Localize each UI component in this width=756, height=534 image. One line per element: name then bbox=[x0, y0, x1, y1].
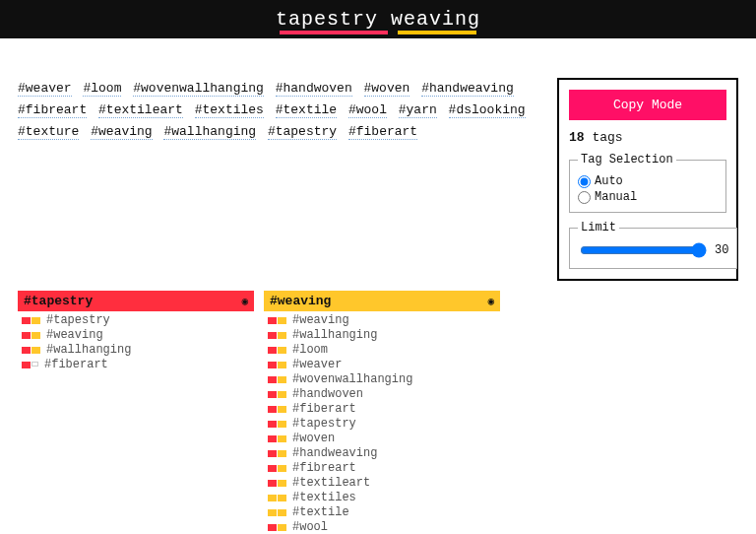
column-item-label: #textileart bbox=[292, 476, 370, 491]
relevance-chips bbox=[268, 509, 286, 516]
manual-label: Manual bbox=[595, 190, 637, 204]
column-item[interactable]: #handweaving bbox=[264, 446, 500, 461]
manual-radio[interactable] bbox=[578, 191, 591, 204]
target-icon[interactable]: ◉ bbox=[241, 295, 248, 307]
column-item-label: #fibreart bbox=[292, 461, 356, 476]
column-item-label: #tapestry bbox=[46, 313, 110, 328]
tag-link[interactable]: #wallhanging bbox=[163, 124, 256, 140]
auto-label: Auto bbox=[595, 174, 623, 188]
column-item-label: #weaving bbox=[292, 313, 349, 328]
column-item[interactable]: #wovenwallhanging bbox=[264, 372, 500, 387]
tag-link[interactable]: #fiberart bbox=[348, 124, 417, 140]
column-item-label: #wallhanging bbox=[292, 328, 377, 343]
header-underline bbox=[0, 31, 756, 34]
relevance-chips bbox=[268, 421, 286, 428]
tag-link[interactable]: #fibreart bbox=[18, 102, 87, 118]
tag-link[interactable]: #tapestry bbox=[268, 124, 337, 140]
column-item[interactable]: #loom bbox=[264, 343, 500, 358]
relevance-chips bbox=[268, 450, 286, 457]
column-item[interactable]: #tapestry bbox=[264, 417, 500, 432]
relevance-chips bbox=[268, 376, 286, 383]
tag-column: #tapestry◉#tapestry#weaving#wallhanging#… bbox=[18, 291, 254, 534]
column-item[interactable]: #fiberart bbox=[264, 402, 500, 417]
relevance-chips bbox=[22, 347, 40, 354]
column-item[interactable]: #textile bbox=[264, 505, 500, 520]
auto-radio[interactable] bbox=[578, 175, 591, 188]
tag-selection-legend: Tag Selection bbox=[578, 153, 676, 167]
relevance-chips bbox=[268, 465, 286, 472]
relevance-chips bbox=[268, 347, 286, 354]
relevance-chips bbox=[268, 362, 286, 368]
tag-link[interactable]: #wool bbox=[348, 102, 387, 118]
column-item[interactable]: #woven bbox=[264, 432, 500, 446]
column-item-label: #fiberart bbox=[44, 358, 108, 372]
column-item-label: #tapestry bbox=[292, 417, 356, 432]
relevance-chips bbox=[22, 317, 40, 324]
relevance-chips bbox=[268, 332, 286, 339]
column-item[interactable]: #textiles bbox=[264, 491, 500, 505]
tag-column: #weaving◉#weaving#wallhanging#loom#weave… bbox=[264, 291, 500, 534]
tag-link[interactable]: #textile bbox=[276, 102, 337, 118]
tag-link[interactable]: #weaver bbox=[18, 81, 72, 97]
relevance-chips bbox=[268, 406, 286, 413]
column-item[interactable]: #handwoven bbox=[264, 387, 500, 402]
tag-link[interactable]: #weaving bbox=[91, 124, 152, 140]
relevance-chips bbox=[268, 435, 286, 442]
column-item-label: #loom bbox=[292, 343, 328, 358]
tag-selection-group: Tag Selection Auto Manual bbox=[569, 153, 726, 213]
column-item-label: #wallhanging bbox=[46, 343, 131, 358]
column-item-label: #wovenwallhanging bbox=[292, 372, 412, 387]
column-title: #tapestry bbox=[24, 294, 93, 308]
relevance-chips bbox=[22, 332, 40, 339]
column-item-label: #textiles bbox=[292, 491, 356, 505]
tag-link[interactable]: #loom bbox=[83, 81, 121, 97]
column-item-label: #handweaving bbox=[292, 446, 377, 461]
column-item[interactable]: #wallhanging bbox=[264, 328, 500, 343]
tag-link[interactable]: #textiles bbox=[195, 102, 264, 118]
column-item-label: #fiberart bbox=[292, 402, 356, 417]
tag-summary-block: #weaver #loom #wovenwallhanging #handwov… bbox=[18, 78, 537, 143]
target-icon[interactable]: ◉ bbox=[487, 295, 494, 307]
column-title: #weaving bbox=[270, 294, 331, 308]
limit-value: 30 bbox=[715, 243, 728, 257]
limit-slider[interactable] bbox=[580, 242, 707, 258]
tag-link[interactable]: #texture bbox=[18, 124, 79, 140]
relevance-chips bbox=[268, 524, 286, 531]
relevance-chips bbox=[22, 362, 38, 368]
relevance-chips bbox=[268, 495, 286, 501]
column-item-label: #handwoven bbox=[292, 387, 363, 402]
column-item[interactable]: #fiberart bbox=[18, 358, 254, 372]
tag-link[interactable]: #woven bbox=[364, 81, 410, 97]
column-item[interactable]: #fibreart bbox=[264, 461, 500, 476]
column-item[interactable]: #textileart bbox=[264, 476, 500, 491]
relevance-chips bbox=[268, 480, 286, 487]
column-item[interactable]: #weaver bbox=[264, 358, 500, 372]
column-item-label: #wool bbox=[292, 520, 328, 534]
tag-link[interactable]: #yarn bbox=[399, 102, 437, 118]
column-header[interactable]: #weaving◉ bbox=[264, 291, 500, 311]
column-item[interactable]: #tapestry bbox=[18, 313, 254, 328]
relevance-chips bbox=[268, 391, 286, 398]
copy-mode-button[interactable]: Copy Mode bbox=[569, 90, 726, 120]
tag-link[interactable]: #wovenwallhanging bbox=[133, 81, 264, 97]
page-title: tapestry weaving bbox=[276, 8, 480, 31]
column-item[interactable]: #wallhanging bbox=[18, 343, 254, 358]
page-header: tapestry weaving bbox=[0, 0, 756, 38]
tag-link[interactable]: #handwoven bbox=[276, 81, 352, 97]
limit-legend: Limit bbox=[578, 221, 619, 234]
column-item[interactable]: #weaving bbox=[264, 313, 500, 328]
column-item[interactable]: #wool bbox=[264, 520, 500, 534]
column-item-label: #textile bbox=[292, 505, 349, 520]
relevance-chips bbox=[268, 317, 286, 324]
column-item-label: #weaving bbox=[46, 328, 103, 343]
tag-count: 18 tags bbox=[569, 130, 726, 145]
tag-link[interactable]: #dslooking bbox=[449, 102, 526, 118]
tag-link[interactable]: #handweaving bbox=[421, 81, 514, 97]
column-item-label: #weaver bbox=[292, 358, 342, 372]
tag-link[interactable]: #textileart bbox=[98, 102, 183, 118]
limit-group: Limit 30 bbox=[569, 221, 737, 269]
column-item[interactable]: #weaving bbox=[18, 328, 254, 343]
column-header[interactable]: #tapestry◉ bbox=[18, 291, 254, 311]
control-panel: Copy Mode 18 tags Tag Selection Auto Man… bbox=[557, 78, 738, 281]
column-item-label: #woven bbox=[292, 432, 335, 446]
